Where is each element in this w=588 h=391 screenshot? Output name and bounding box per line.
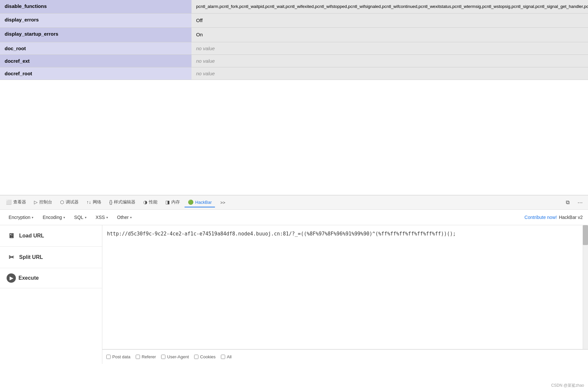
table-row: docref_ext xyxy=(0,54,191,67)
all-checkbox[interactable] xyxy=(221,355,225,359)
devtools-more-button[interactable]: ⋯ xyxy=(575,198,585,207)
table-row: pcntl_alarm,pcntl_fork,pcntl_waitpid,pcn… xyxy=(191,0,588,13)
tab-hackbar[interactable]: 🟢 HackBar xyxy=(185,197,215,207)
hackbar-left-panel: 🖥 Load URL ✂ Split URL ▶ Execute xyxy=(0,225,102,364)
style-editor-icon: {} xyxy=(109,199,112,205)
tab-memory-label: 内存 xyxy=(171,199,180,205)
table-row: Off xyxy=(191,13,588,28)
menu-encryption[interactable]: Encryption ▾ xyxy=(5,213,37,222)
all-label-text: All xyxy=(227,354,231,359)
tab-memory[interactable]: ◨ 内存 xyxy=(162,197,183,208)
tab-network-label: 网络 xyxy=(93,199,101,205)
console-icon: ▷ xyxy=(34,199,38,205)
memory-icon: ◨ xyxy=(165,199,170,205)
tab-debugger-label: 调试器 xyxy=(66,199,79,205)
user-agent-checkbox-label[interactable]: User-Agent xyxy=(161,354,189,359)
user-agent-checkbox[interactable] xyxy=(161,355,165,359)
table-row: no value xyxy=(191,54,588,67)
table-row: On xyxy=(191,28,588,42)
contribute-text: Contribute now! xyxy=(525,215,557,220)
menu-encoding[interactable]: Encoding ▾ xyxy=(39,213,68,222)
sql-arrow-icon: ▾ xyxy=(85,216,86,219)
load-url-icon: 🖥 xyxy=(7,231,16,240)
table-row: display_errors xyxy=(0,13,191,28)
tab-style-editor[interactable]: {} 样式编辑器 xyxy=(106,197,139,208)
contribute-link[interactable]: Contribute now! HackBar v2 xyxy=(525,215,583,220)
other-arrow-icon: ▾ xyxy=(130,216,132,219)
hackbar-bottom-bar: Post data Referer User-Agent Cookies All xyxy=(102,349,588,364)
referer-label-text: Referer xyxy=(142,354,156,359)
post-data-label-text: Post data xyxy=(112,354,130,359)
encoding-arrow-icon: ▾ xyxy=(63,216,65,219)
menu-sql-label: SQL xyxy=(74,215,84,220)
phpinfo-table: disable_functionspcntl_alarm,pcntl_fork,… xyxy=(0,0,588,80)
load-url-button[interactable]: 🖥 Load URL xyxy=(0,225,102,247)
tab-inspector[interactable]: ⬜ 查看器 xyxy=(3,197,29,208)
all-checkbox-label[interactable]: All xyxy=(221,354,231,359)
devtools-toolbar: ⬜ 查看器 ▷ 控制台 ⬡ 调试器 ↑↓ 网络 {} 样式编辑器 ◑ 性能 ◨ … xyxy=(0,195,588,209)
cookies-checkbox-label[interactable]: Cookies xyxy=(194,354,216,359)
menu-encoding-label: Encoding xyxy=(43,215,62,220)
tab-inspector-label: 查看器 xyxy=(13,199,26,205)
menu-xss-label: XSS xyxy=(96,215,105,220)
hackbar-right-panel: http://d5c30f9c-9c22-4ce2-af1c-e74519a84… xyxy=(102,225,588,364)
table-row: no value xyxy=(191,42,588,54)
xss-arrow-icon: ▾ xyxy=(106,216,108,219)
execute-icon: ▶ xyxy=(7,273,16,283)
split-url-button[interactable]: ✂ Split URL xyxy=(0,247,102,268)
csdn-watermark: CSDN @菜鲨zhao xyxy=(551,383,584,388)
tab-console[interactable]: ▷ 控制台 xyxy=(31,197,55,208)
table-row: doc_root xyxy=(0,42,191,54)
user-agent-label-text: User-Agent xyxy=(167,354,189,359)
menu-encryption-label: Encryption xyxy=(9,215,30,220)
cookies-label-text: Cookies xyxy=(200,354,216,359)
phpinfo-wrapper: disable_functionspcntl_alarm,pcntl_fork,… xyxy=(0,0,588,195)
tab-network[interactable]: ↑↓ 网络 xyxy=(83,197,105,208)
table-row: no value xyxy=(191,67,588,80)
more-tabs-button[interactable]: >> xyxy=(218,198,228,207)
hackbar-icon: 🟢 xyxy=(188,199,193,205)
url-scrollbar[interactable] xyxy=(583,225,588,349)
devtools-right-controls: ⧉ ⋯ xyxy=(563,198,585,207)
table-row: disable_functions xyxy=(0,0,191,13)
hackbar-main-content: 🖥 Load URL ✂ Split URL ▶ Execute http://… xyxy=(0,225,588,364)
version-text: HackBar v2 xyxy=(559,215,583,220)
post-data-checkbox[interactable] xyxy=(106,355,111,359)
url-input[interactable]: http://d5c30f9c-9c22-4ce2-af1c-e74519a84… xyxy=(102,225,588,349)
referer-checkbox-label[interactable]: Referer xyxy=(136,354,156,359)
cookies-checkbox[interactable] xyxy=(194,355,198,359)
performance-icon: ◑ xyxy=(143,199,147,205)
menu-other[interactable]: Other ▾ xyxy=(114,213,135,222)
split-url-icon: ✂ xyxy=(7,253,16,262)
tab-performance[interactable]: ◑ 性能 xyxy=(140,197,161,208)
menu-xss[interactable]: XSS ▾ xyxy=(92,213,111,222)
table-row: display_startup_errors xyxy=(0,28,191,42)
debugger-icon: ⬡ xyxy=(60,199,64,205)
execute-button[interactable]: ▶ Execute xyxy=(0,268,102,288)
hackbar-menu: Encryption ▾ Encoding ▾ SQL ▾ XSS ▾ Othe… xyxy=(0,210,588,225)
tab-performance-label: 性能 xyxy=(149,199,157,205)
table-row: docref_root xyxy=(0,67,191,80)
encryption-arrow-icon: ▾ xyxy=(32,216,33,219)
tab-style-editor-label: 样式编辑器 xyxy=(114,199,135,205)
load-url-label: Load URL xyxy=(19,233,44,239)
split-url-label: Split URL xyxy=(19,254,43,260)
referer-checkbox[interactable] xyxy=(136,355,140,359)
post-data-checkbox-label[interactable]: Post data xyxy=(106,354,130,359)
network-icon: ↑↓ xyxy=(86,199,91,205)
menu-other-label: Other xyxy=(117,215,129,220)
tab-console-label: 控制台 xyxy=(39,199,52,205)
url-scrollbar-thumb xyxy=(583,225,588,245)
menu-sql[interactable]: SQL ▾ xyxy=(71,213,90,222)
inspector-icon: ⬜ xyxy=(6,199,12,205)
execute-label: Execute xyxy=(18,275,39,281)
hackbar-panel: Encryption ▾ Encoding ▾ SQL ▾ XSS ▾ Othe… xyxy=(0,209,588,381)
url-input-wrapper: http://d5c30f9c-9c22-4ce2-af1c-e74519a84… xyxy=(102,225,588,349)
tab-hackbar-label: HackBar xyxy=(195,200,212,205)
devtools-resize-button[interactable]: ⧉ xyxy=(563,198,572,207)
tab-debugger[interactable]: ⬡ 调试器 xyxy=(57,197,82,208)
